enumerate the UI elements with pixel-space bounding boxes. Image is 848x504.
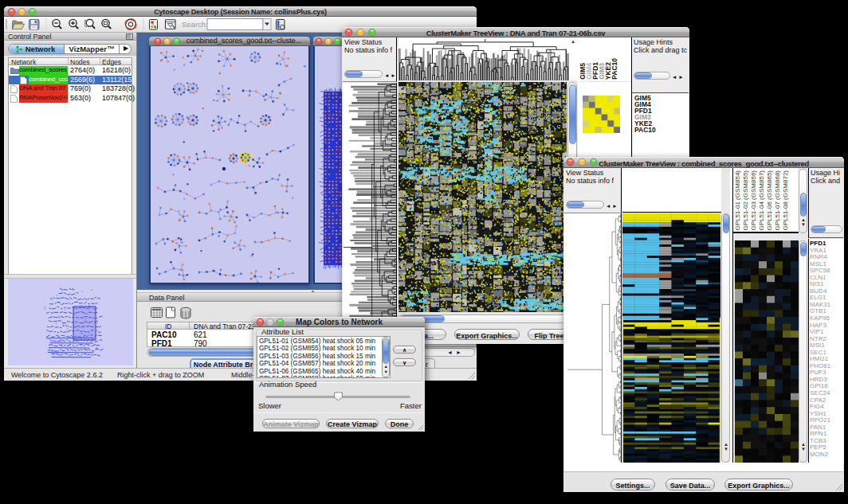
svg-text:Search:: Search: bbox=[182, 20, 208, 29]
